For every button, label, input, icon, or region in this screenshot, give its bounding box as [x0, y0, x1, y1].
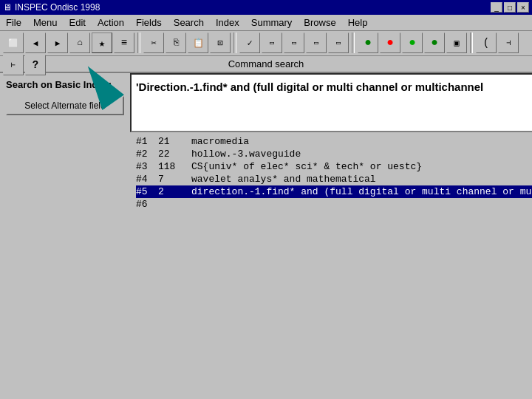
toolbar-separator-1	[137, 33, 140, 53]
row-desc	[191, 199, 532, 210]
command-text-box[interactable]: 'Direction.-1.find* and (full digital or…	[130, 73, 532, 132]
toolbar-separator-4	[470, 33, 473, 53]
results-area: #1 21 macromedia #2 22 hollow.-3.wavegui…	[130, 132, 532, 214]
menu-menu[interactable]: Menu	[27, 16, 64, 30]
app-title: INSPEC Ondisc 1998	[15, 2, 100, 13]
row-desc: direction.-1.find* and (full digital or …	[191, 186, 532, 197]
close-button[interactable]: ×	[517, 2, 529, 13]
toolbar-btn-rect4[interactable]: ▭	[328, 33, 349, 53]
main-content: Search on Basic Index: Select Alternate …	[0, 73, 532, 214]
toolbar-separator-3	[352, 33, 355, 53]
title-bar: 🖥 INSPEC Ondisc 1998 _ □ ×	[0, 0, 532, 15]
table-row-selected[interactable]: #5 2 direction.-1.find* and (full digita…	[136, 185, 532, 198]
toolbar-btn-home[interactable]: ⌂	[69, 33, 90, 53]
maximize-button[interactable]: □	[504, 2, 516, 13]
toolbar-btn-box[interactable]: ⊡	[210, 33, 231, 53]
title-bar-left: 🖥 INSPEC Ondisc 1998	[3, 2, 100, 13]
toolbar: ⬜ ◀ ▶ ⌂ ★ ≡ ✂ ⎘ 📋 ⊡ ✓ ▭ ▭ ▭ ▭ ● ● ● ● ▣ …	[0, 31, 532, 56]
right-inner: 'Direction.-1.find* and (full digital or…	[130, 73, 532, 214]
toolbar-btn-circle2[interactable]: ●	[380, 33, 400, 53]
toolbar-btn-list[interactable]: ≡	[114, 33, 134, 53]
toolbar-separator-2	[233, 33, 236, 53]
row-desc: hollow.-3.waveguide	[191, 149, 532, 160]
row-hash: #6	[136, 199, 158, 210]
menu-help[interactable]: Help	[342, 16, 374, 30]
menu-action[interactable]: Action	[92, 16, 130, 30]
table-row[interactable]: #1 21 macromedia	[136, 135, 532, 148]
title-bar-controls[interactable]: _ □ ×	[491, 2, 529, 13]
menu-index[interactable]: Index	[210, 16, 245, 30]
row-num: 7	[158, 174, 191, 185]
toolbar-btn-copy[interactable]: ⎘	[166, 33, 186, 53]
minimize-button[interactable]: _	[491, 2, 502, 13]
toolbar-btn-star[interactable]: ★	[92, 33, 112, 53]
command-search-title: Command search	[228, 58, 304, 69]
menu-browse[interactable]: Browse	[298, 16, 341, 30]
menu-edit[interactable]: Edit	[63, 16, 91, 30]
menu-bar: File Menu Edit Action Fields Search Inde…	[0, 15, 532, 31]
toolbar-btn-circle3[interactable]: ●	[402, 33, 423, 53]
row-num	[158, 199, 191, 210]
toolbar-btn-rect2[interactable]: ▭	[284, 33, 304, 53]
toolbar-btn-rect3[interactable]: ▭	[306, 33, 327, 53]
row-hash: #3	[136, 161, 158, 172]
toolbar-btn-rect1[interactable]: ▭	[262, 33, 282, 53]
table-row[interactable]: #4 7 wavelet analys* and mathematical	[136, 173, 532, 185]
row-num: 21	[158, 136, 191, 147]
toolbar-btn-circle1[interactable]: ●	[358, 33, 378, 53]
row-hash: #4	[136, 174, 158, 185]
row-hash: #1	[136, 136, 158, 147]
menu-summary[interactable]: Summary	[245, 16, 299, 30]
toolbar-btn-paren-left[interactable]: (	[476, 33, 497, 53]
row-desc: macromedia	[191, 136, 532, 147]
row-num: 2	[158, 186, 191, 197]
menu-search[interactable]: Search	[168, 16, 210, 30]
toolbar-btn-help[interactable]: ?	[25, 55, 46, 75]
app-icon: 🖥	[3, 2, 12, 13]
command-text: 'Direction.-1.find* and (full digital or…	[136, 81, 483, 93]
toolbar-btn-skip-back[interactable]: ⊣	[498, 33, 519, 53]
toolbar-btn-left[interactable]: ◀	[25, 33, 46, 53]
row-hash: #5	[136, 186, 158, 197]
table-row[interactable]: #3 118 CS{univ* of elec* sci* & tech* or…	[136, 160, 532, 173]
toolbar-btn-paste[interactable]: 📋	[188, 33, 208, 53]
toolbar-btn-grid[interactable]: ▣	[446, 33, 467, 53]
table-row[interactable]: #2 22 hollow.-3.waveguide	[136, 148, 532, 160]
row-desc: wavelet analys* and mathematical	[191, 174, 532, 185]
table-row[interactable]: #6	[136, 198, 532, 211]
toolbar-btn-circle4[interactable]: ●	[424, 33, 445, 53]
toolbar-btn-check[interactable]: ✓	[239, 33, 260, 53]
toolbar-btn-right[interactable]: ▶	[47, 33, 68, 53]
row-num: 22	[158, 149, 191, 160]
row-hash: #2	[136, 149, 158, 160]
menu-file[interactable]: File	[0, 16, 27, 30]
toolbar-btn-skip-forward[interactable]: ⊢	[3, 55, 24, 75]
row-num: 118	[158, 161, 191, 172]
right-with-scroll: 'Direction.-1.find* and (full digital or…	[130, 73, 532, 214]
toolbar-btn-back[interactable]: ⬜	[3, 33, 24, 53]
menu-fields[interactable]: Fields	[130, 16, 168, 30]
toolbar-btn-cut[interactable]: ✂	[143, 33, 164, 53]
row-desc: CS{univ* of elec* sci* & tech* or uestc}	[191, 161, 532, 172]
